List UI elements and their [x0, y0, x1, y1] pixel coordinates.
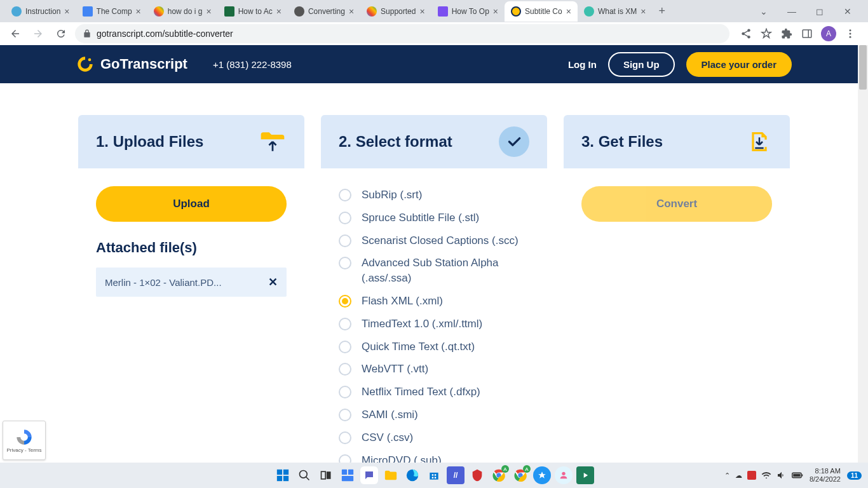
close-icon[interactable]: ×	[276, 6, 281, 17]
app-icon-1[interactable]: //	[447, 466, 465, 484]
order-button[interactable]: Place your order	[686, 52, 792, 77]
close-icon[interactable]: ×	[641, 6, 646, 17]
address-bar[interactable]: gotranscript.com/subtitle-converter	[75, 24, 729, 43]
share-icon[interactable]	[740, 27, 752, 40]
browser-chrome: Instruction× The Comp× how do i g× How t…	[0, 0, 868, 45]
close-icon[interactable]: ×	[566, 6, 571, 17]
tab-3[interactable]: How to Ac×	[218, 1, 288, 22]
format-label: WebVTT (.vtt)	[362, 362, 428, 377]
tab-5[interactable]: Supported×	[360, 1, 431, 22]
menu-icon[interactable]	[844, 27, 857, 40]
tab-1[interactable]: The Comp×	[76, 1, 147, 22]
tab-4[interactable]: Converting×	[288, 1, 360, 22]
start-button[interactable]	[274, 466, 292, 484]
app-icon-2[interactable]	[468, 466, 486, 484]
logo[interactable]: GoTranscript	[76, 55, 187, 73]
signup-button[interactable]: Sign Up	[608, 52, 675, 77]
maximize-icon[interactable]: ◻	[812, 4, 827, 19]
radio-icon	[339, 454, 351, 463]
format-option-5[interactable]: TimedText 1.0 (.xml/.ttml)	[339, 315, 529, 333]
tray-cloud-icon[interactable]: ☁	[735, 471, 742, 480]
notification-badge[interactable]: 11	[847, 471, 862, 480]
svg-point-10	[300, 471, 308, 478]
svg-rect-24	[802, 475, 803, 477]
arrow-right-icon	[32, 28, 44, 39]
chrome-icon-1[interactable]: A	[490, 466, 508, 484]
format-option-9[interactable]: SAMI (.smi)	[339, 406, 529, 424]
new-tab-button[interactable]: +	[652, 4, 672, 18]
close-icon[interactable]: ×	[419, 6, 424, 17]
radio-icon	[339, 257, 351, 269]
store-icon[interactable]	[425, 466, 443, 484]
close-icon[interactable]: ×	[493, 6, 498, 17]
tab-8[interactable]: What is XM×	[578, 1, 653, 22]
url-text: gotranscript.com/subtitle-converter	[97, 29, 233, 39]
tray-volume-icon[interactable]	[776, 470, 787, 480]
tray-app-icon[interactable]	[747, 471, 756, 480]
tray-battery-icon[interactable]	[792, 471, 803, 479]
chrome-icon-2[interactable]: A	[512, 466, 529, 484]
format-option-7[interactable]: WebVTT (.vtt)	[339, 360, 529, 378]
format-label: Scenarist Closed Captions (.scc)	[362, 233, 519, 248]
format-option-10[interactable]: CSV (.csv)	[339, 429, 529, 447]
extensions-icon[interactable]	[780, 27, 793, 40]
tab-6[interactable]: How To Op×	[431, 1, 505, 22]
format-label: TimedText 1.0 (.xml/.ttml)	[362, 316, 482, 332]
app-icon-4[interactable]	[555, 466, 573, 484]
format-option-0[interactable]: SubRip (.srt)	[339, 186, 529, 204]
reload-button[interactable]	[52, 25, 70, 43]
close-icon[interactable]: ×	[64, 6, 69, 17]
search-icon[interactable]	[295, 466, 313, 484]
tab-7-active[interactable]: Subtitle Co×	[505, 1, 578, 22]
format-option-8[interactable]: Netflix Timed Text (.dfxp)	[339, 383, 529, 401]
convert-card: 3. Get Files Convert	[564, 115, 790, 463]
star-icon[interactable]	[760, 27, 773, 40]
brand-name: GoTranscript	[100, 56, 187, 72]
clock[interactable]: 8:18 AM 8/24/2022	[810, 467, 841, 484]
close-icon[interactable]: ×	[206, 6, 211, 17]
explorer-icon[interactable]	[382, 466, 400, 484]
profile-avatar[interactable]: A	[821, 26, 836, 41]
convert-button[interactable]: Convert	[581, 186, 772, 222]
back-button[interactable]	[6, 25, 24, 43]
radio-icon	[339, 431, 351, 444]
format-option-4[interactable]: Flash XML (.xml)	[339, 292, 529, 310]
tray-wifi-icon[interactable]	[761, 470, 771, 480]
chat-icon[interactable]	[360, 466, 378, 484]
tab-2[interactable]: how do i g×	[147, 1, 218, 22]
phone-number: +1 (831) 222-8398	[213, 59, 292, 70]
format-option-6[interactable]: Quick Time Text (.qt.txt)	[339, 338, 529, 356]
svg-rect-15	[348, 470, 353, 475]
task-view-icon[interactable]	[317, 466, 335, 484]
remove-file-icon[interactable]: ✕	[268, 275, 278, 289]
minimize-icon[interactable]: —	[784, 4, 799, 19]
tray-chevron-icon[interactable]: ⌃	[724, 471, 730, 480]
close-icon[interactable]: ×	[136, 6, 141, 17]
format-option-3[interactable]: Advanced Sub Station Alpha (.ass/.ssa)	[339, 254, 529, 287]
svg-rect-9	[283, 476, 288, 481]
format-option-11[interactable]: MicroDVD (.sub)	[339, 452, 529, 463]
upload-button[interactable]: Upload	[96, 186, 287, 222]
sidepanel-icon[interactable]	[801, 27, 813, 40]
radio-icon	[339, 318, 351, 330]
login-link[interactable]: Log In	[568, 59, 597, 70]
format-option-2[interactable]: Scenarist Closed Captions (.scc)	[339, 232, 529, 250]
edge-icon[interactable]	[403, 466, 421, 484]
svg-rect-8	[277, 476, 282, 481]
scrollbar-thumb[interactable]	[859, 45, 867, 90]
arrow-left-icon	[10, 28, 21, 39]
chevron-down-icon[interactable]: ⌄	[756, 4, 771, 19]
widgets-icon[interactable]	[339, 466, 356, 484]
close-icon[interactable]: ×	[349, 6, 354, 17]
format-option-1[interactable]: Spruce Subtitle File (.stl)	[339, 209, 529, 227]
tab-0[interactable]: Instruction×	[5, 1, 76, 22]
app-icon-3[interactable]	[533, 466, 551, 484]
check-circle-icon	[499, 126, 529, 157]
cards-container: 1. Upload Files Upload Attached file(s) …	[0, 83, 868, 463]
app-icon-5[interactable]	[576, 466, 594, 484]
svg-rect-13	[327, 471, 331, 479]
close-window-icon[interactable]: ✕	[840, 4, 855, 19]
scrollbar-track[interactable]	[858, 45, 868, 463]
download-icon	[747, 129, 772, 154]
taskbar: // A A ⌃ ☁ 8:18 AM 8/24/2022 11	[0, 463, 868, 488]
